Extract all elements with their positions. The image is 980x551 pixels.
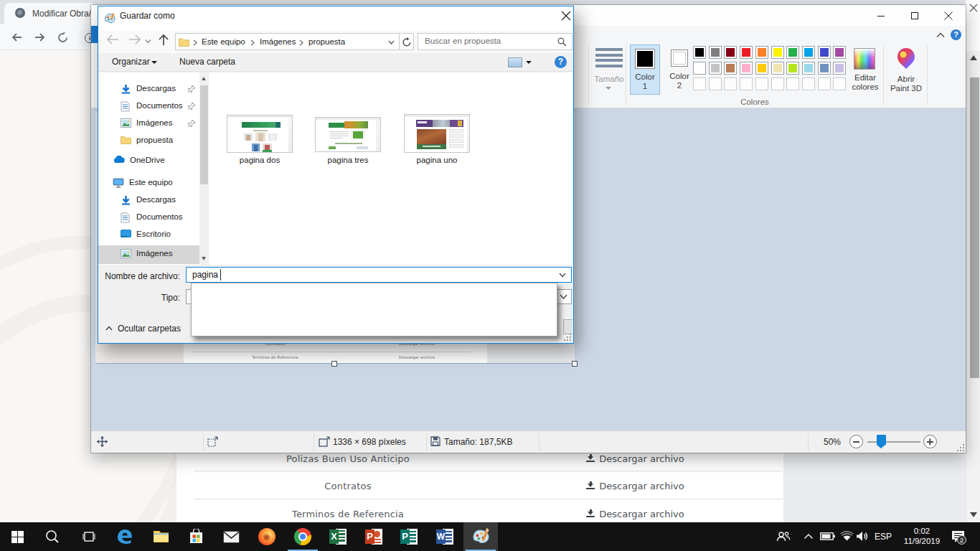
paint-resize-grip[interactable] [956, 443, 964, 451]
tray-expand-icon[interactable] [804, 533, 814, 540]
filename-input[interactable]: pagina [186, 267, 572, 283]
people-icon[interactable] [776, 530, 791, 543]
palette-color-swatch[interactable] [693, 62, 706, 75]
palette-color-swatch[interactable] [833, 62, 846, 75]
start-button[interactable] [0, 522, 34, 551]
selection-handle-corner[interactable] [572, 361, 578, 367]
scroll-down-arrow[interactable] [970, 512, 977, 517]
taskbar-search-button[interactable] [35, 522, 70, 551]
palette-empty-swatch[interactable] [786, 77, 799, 90]
sidebar-item-onedrive[interactable]: OneDrive [98, 153, 199, 170]
mail-icon[interactable] [214, 522, 248, 551]
palette-color-swatch[interactable] [786, 62, 799, 75]
filename-autocomplete-dropdown[interactable] [191, 283, 557, 336]
browser-reload-button[interactable] [57, 32, 68, 42]
organize-button[interactable]: Organizar [112, 57, 150, 67]
paint-minimize-button[interactable] [864, 5, 897, 26]
breadcrumb-bar[interactable]: Este equipo Imágenes propuesta [175, 33, 400, 50]
page-scrollbar[interactable] [966, 51, 980, 522]
recent-locations-dropdown[interactable] [145, 39, 151, 44]
palette-color-swatch[interactable] [802, 62, 815, 75]
paint3d-label[interactable]: AbrirPaint 3D [886, 75, 926, 93]
scroll-thumb[interactable] [970, 77, 979, 378]
volume-icon[interactable] [856, 531, 869, 542]
dialog-forward-button[interactable] [128, 34, 141, 46]
palette-color-swatch[interactable] [693, 46, 706, 59]
palette-color-swatch[interactable] [833, 46, 846, 59]
search-box[interactable]: Buscar en propuesta [418, 33, 573, 50]
zoom-slider-thumb[interactable] [877, 435, 886, 445]
breadcrumb-item[interactable]: propuesta [308, 37, 345, 46]
palette-empty-swatch[interactable] [693, 77, 706, 90]
selection-handle-bottom[interactable] [331, 361, 337, 367]
palette-color-swatch[interactable] [755, 62, 768, 75]
palette-color-swatch[interactable] [724, 46, 737, 59]
file-pagina-tres[interactable]: pagina tres [315, 117, 381, 166]
palette-color-swatch[interactable] [724, 62, 737, 75]
edit-colors-icon[interactable] [854, 48, 875, 70]
task-view-button[interactable] [72, 522, 106, 551]
wifi-icon[interactable] [840, 531, 854, 542]
palette-color-swatch[interactable] [818, 62, 831, 75]
color1-button[interactable]: Color1 [630, 44, 660, 95]
browser-forward-button[interactable] [34, 32, 45, 42]
chrome-close-button[interactable] [969, 4, 978, 12]
sidebar-item-documentos[interactable]: Documentos [98, 209, 199, 227]
zoom-out-button[interactable] [849, 435, 863, 448]
paint-maximize-button[interactable] [898, 5, 930, 26]
chrome-icon[interactable] [286, 522, 320, 551]
publisher-icon[interactable]: P [392, 522, 426, 551]
palette-color-swatch[interactable] [771, 46, 784, 59]
download-link[interactable]: Descargar archivo [487, 509, 783, 519]
views-dropdown-arrow[interactable] [526, 61, 532, 64]
palette-color-swatch[interactable] [771, 62, 784, 75]
battery-icon[interactable] [820, 532, 835, 541]
file-pagina-uno[interactable]: pagina uno [404, 114, 470, 166]
excel-icon[interactable]: X [321, 522, 355, 551]
palette-color-swatch[interactable] [755, 46, 768, 59]
download-link[interactable]: Descargar archivo [487, 453, 783, 464]
language-indicator[interactable]: ESP [875, 532, 892, 542]
palette-empty-swatch[interactable] [833, 77, 846, 90]
palette-empty-swatch[interactable] [709, 77, 722, 90]
sidebar-item-este-equipo[interactable]: Este equipo [98, 175, 199, 192]
dialog-back-button[interactable] [106, 34, 119, 46]
palette-empty-swatch[interactable] [740, 77, 753, 90]
sidebar-item-propuesta[interactable]: propuesta [98, 133, 199, 150]
scroll-down-arrow[interactable] [202, 257, 206, 260]
filename-dropdown-arrow[interactable] [559, 273, 566, 278]
sidebar-item-documentos-quick[interactable]: Documentos [98, 98, 199, 116]
file-explorer-icon[interactable] [143, 522, 178, 551]
dialog-help-icon[interactable]: ? [555, 56, 567, 68]
new-folder-button[interactable]: Nueva carpeta [179, 57, 235, 67]
action-center-icon[interactable]: 2 [951, 530, 965, 543]
scroll-up-arrow[interactable] [202, 77, 206, 80]
edge-icon[interactable] [108, 522, 142, 551]
sidebar-item-imagenes-quick[interactable]: Imágenes [98, 116, 199, 133]
size-tool-label[interactable]: Tamaño [589, 75, 629, 84]
browser-back-button[interactable] [11, 32, 22, 42]
palette-empty-swatch[interactable] [755, 77, 768, 90]
firefox-icon[interactable] [250, 522, 284, 551]
dialog-up-button[interactable] [157, 34, 170, 46]
dialog-resize-grip[interactable] [562, 332, 571, 341]
breadcrumb-item[interactable]: Este equipo [202, 37, 245, 46]
download-link[interactable]: Descargar archivo [487, 481, 783, 491]
sidebar-scrollbar[interactable] [199, 72, 209, 265]
zoom-slider-track[interactable] [867, 441, 920, 443]
sidebar-item-escritorio[interactable]: Escritorio [98, 227, 199, 244]
paint-close-button[interactable] [932, 5, 964, 26]
palette-color-swatch[interactable] [818, 46, 831, 59]
sidebar-item-descargas-quick[interactable]: Descargas [98, 81, 199, 98]
paint-taskbar-icon[interactable] [463, 522, 498, 551]
palette-color-swatch[interactable] [802, 46, 815, 59]
hide-folders-button[interactable]: Ocultar carpetas [105, 324, 181, 334]
word-icon[interactable]: W [428, 522, 462, 551]
palette-color-swatch[interactable] [709, 62, 722, 75]
scroll-thumb[interactable] [200, 85, 208, 184]
palette-color-swatch[interactable] [740, 62, 753, 75]
palette-empty-swatch[interactable] [802, 77, 815, 90]
color2-button[interactable]: Color2 [664, 44, 694, 95]
refresh-button[interactable] [400, 33, 414, 50]
edit-colors-label[interactable]: Editarcolores [845, 73, 885, 92]
